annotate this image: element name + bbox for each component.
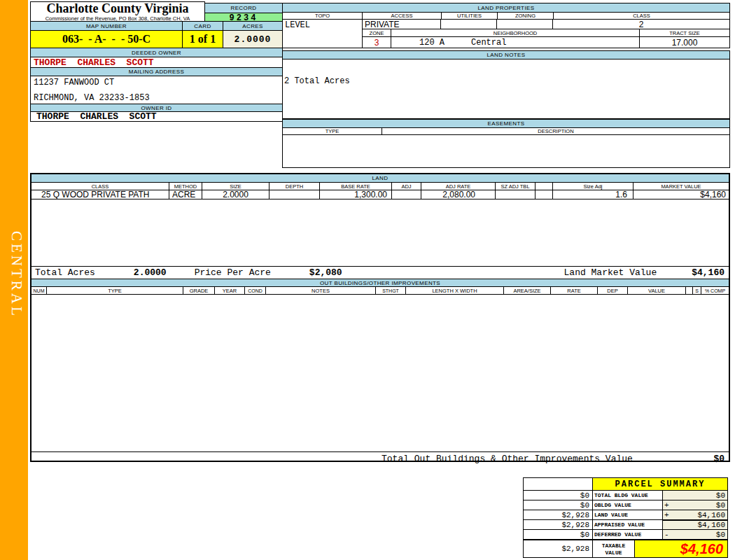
zone-label: ZONE — [363, 29, 391, 36]
card-label: CARD — [182, 21, 223, 31]
land-col-sz-adj-tbl: SZ ADJ TBL — [496, 183, 536, 190]
land-row-size-adj: 1.6 — [553, 190, 634, 199]
map-number-value: 063- - A- - - 50-C — [30, 30, 183, 48]
property-record-card: CENTRAL Charlotte County Virginia Commis… — [0, 0, 735, 560]
land-col-base-rate: BASE RATE — [320, 183, 392, 190]
land-col-blank — [536, 183, 553, 190]
ps-row-label: OBLDG VALUE — [592, 500, 663, 510]
land-col-depth: DEPTH — [270, 183, 320, 190]
ps-row-left: $0 — [523, 529, 593, 540]
acres-value: 2.0000 — [223, 30, 283, 48]
land-row-adj-rate: 2,080.00 — [421, 190, 496, 199]
total-acres-value: 2.0000 — [134, 267, 167, 278]
owner-id-value: THORPE CHARLES SCOTT — [30, 111, 283, 122]
land-row-adj — [392, 190, 421, 199]
ps-row-value: $0 — [716, 491, 727, 500]
land-market-value: $4,160 — [692, 267, 724, 278]
address-line1: 11237 FANWOOD CT — [31, 76, 282, 88]
mailing-address-box: 11237 FANWOOD CT RICHMOND, VA 23233-1853 — [30, 76, 283, 104]
ob-col-dep: DEP — [598, 287, 628, 294]
total-acres-label: Total Acres — [35, 267, 95, 278]
address-line2: RICHMOND, VA 23233-1853 — [31, 93, 282, 104]
land-row-size: 2.0000 — [202, 190, 270, 199]
land-totals-row: Total Acres 2.0000 Price Per Acre $2,080… — [31, 266, 729, 279]
ps-row-label: LAND VALUE — [592, 510, 663, 520]
record-label: RECORD — [204, 3, 283, 13]
topo-col-label: TOPO — [283, 13, 363, 19]
easement-type-label: TYPE — [283, 128, 382, 134]
land-col-adj: ADJ — [392, 183, 421, 190]
ob-col-rate: RATE — [551, 287, 598, 294]
ps-row-left: $0 — [523, 490, 593, 500]
ps-row-value: $0 — [716, 531, 727, 539]
ps-row-op: - — [663, 531, 669, 539]
card-value: 1 of 1 — [182, 30, 223, 48]
county-header-box: Charlotte County Virginia Commissioner o… — [30, 1, 205, 22]
easement-description-label: DESCRIPTION — [382, 128, 729, 134]
deeded-owner-value: THORPE CHARLES SCOTT — [30, 57, 283, 68]
ob-col-sthgt: STHGT — [376, 287, 406, 294]
neighborhood-label: NEIGHBORHOOD — [391, 29, 640, 36]
ob-col-type: TYPE — [47, 287, 183, 294]
ps-header-spacer — [523, 477, 593, 491]
parcel-summary: PARCEL SUMMARY $0 TOTAL BLDG VALUE $0 $0… — [523, 477, 728, 558]
access-col-label: ACCESS — [363, 13, 442, 19]
class-col-label: CLASS — [554, 13, 729, 19]
ps-row-left: $2,928 — [523, 519, 593, 530]
class-value: 2 — [553, 20, 729, 29]
topo-value: LEVEL — [282, 19, 363, 48]
ob-col-area-size: AREA/SIZE — [504, 287, 551, 294]
county-title: Charlotte County Virginia — [31, 2, 204, 15]
ps-row-op: + — [663, 501, 669, 510]
ps-taxable-label: TAXABLE VALUE — [592, 539, 635, 558]
ob-col-cond: COND — [245, 287, 266, 294]
land-row-market-value: $4,160 — [634, 190, 729, 199]
access-value: PRIVATE — [363, 20, 441, 29]
land-notes-box: 2 Total Acres — [282, 59, 730, 119]
tract-size-value: 17.000 — [640, 37, 729, 48]
deeded-owner-label: DEEDED OWNER — [30, 48, 283, 57]
price-per-acre-value: $2,080 — [309, 267, 342, 278]
land-col-market-value: MARKET VALUE — [634, 183, 729, 190]
easements-box — [282, 134, 730, 168]
tract-size-label: TRACT SIZE — [640, 29, 729, 36]
ob-total-label: Total Out Buildings & Other Improvements… — [382, 454, 633, 464]
land-col-size-adj: Size Adj — [553, 183, 634, 190]
zoning-value — [497, 20, 553, 29]
ps-row-left: $0 — [523, 500, 593, 510]
land-col-class: CLASS — [31, 183, 169, 190]
ob-col-year: YEAR — [215, 287, 245, 294]
ob-total-value: $0 — [713, 454, 724, 464]
land-table-row: 25 Q WOOD PRIVATE PATH ACRE 2.0000 1,300… — [31, 190, 729, 200]
ob-col-s: S — [693, 287, 701, 294]
ob-col-spacer — [686, 287, 693, 294]
ob-col-length-width: LENGTH X WIDTH — [406, 287, 504, 294]
ob-col-notes: NOTES — [266, 287, 376, 294]
ob-col-pct-comp: % COMP — [701, 287, 729, 294]
land-col-method: METHOD — [169, 183, 202, 190]
zone-value-row: 3 120 A Central 17.000 — [362, 36, 730, 48]
utilities-col-label: UTILITIES — [442, 13, 498, 19]
ps-taxable-value: $4,160 — [634, 539, 728, 558]
acres-label: ACRES — [223, 21, 283, 31]
land-row-blank — [536, 190, 553, 199]
ps-row-left: $2,928 — [523, 510, 593, 520]
utilities-value — [441, 20, 497, 29]
neighborhood-name: Central — [471, 38, 506, 48]
zone-value: 3 — [363, 37, 391, 48]
land-row-method: ACRE — [169, 190, 202, 199]
land-row-class: 25 Q WOOD PRIVATE PATH — [31, 190, 169, 199]
ps-row-value: $4,160 — [697, 511, 727, 519]
price-per-acre-label: Price Per Acre — [195, 267, 271, 278]
land-properties-value-row: PRIVATE 2 — [362, 19, 730, 29]
ps-taxable-left: $2,928 — [523, 539, 593, 558]
ps-row-value: $4,160 — [697, 521, 727, 529]
land-market-value-label: Land Market Value — [564, 267, 657, 278]
out-buildings-header-row: NUM TYPE GRADE YEAR COND NOTES STHGT LEN… — [31, 286, 729, 295]
land-col-adj-rate: ADJ RATE — [421, 183, 496, 190]
neighborhood-code: 120 A — [419, 38, 444, 48]
land-note-text: 2 Total Acres — [283, 59, 729, 86]
land-row-depth — [270, 190, 320, 199]
ob-col-num: NUM — [31, 287, 47, 294]
out-buildings-total-row: Total Out Buildings & Other Improvements… — [31, 451, 729, 462]
